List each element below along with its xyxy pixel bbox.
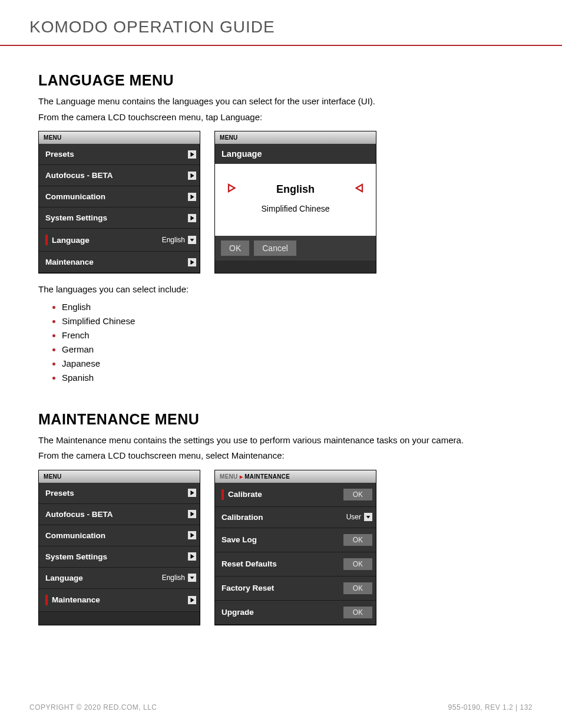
ok-button[interactable]: OK — [343, 489, 372, 500]
menu-row[interactable]: Presets — [39, 483, 200, 504]
lcd-header: MENU — [39, 131, 200, 144]
footer-left: COPYRIGHT © 2020 RED.COM, LLC — [29, 703, 157, 711]
arrow-right-icon[interactable] — [227, 183, 237, 196]
ok-button[interactable]: OK — [343, 582, 372, 594]
menu-row-label: Language — [45, 574, 83, 582]
menu-row-label: Communication — [45, 531, 105, 540]
language-list-intro: The languages you can select include: — [38, 283, 524, 297]
lcd-header: MENU ▸ MAINTENANCE — [215, 470, 376, 483]
language-selector[interactable]: English — [220, 174, 371, 204]
dropdown-triangle-icon[interactable] — [364, 513, 372, 521]
language-title: Language — [215, 144, 376, 164]
menu-row-label: Maintenance — [45, 258, 94, 266]
chevron-right-icon[interactable] — [188, 510, 196, 518]
menu-row-label: System Settings — [45, 552, 107, 561]
menu-row-label: Presets — [45, 489, 74, 498]
lcd-menu-screenshot-2: MENU PresetsAutofocus - BETACommunicatio… — [38, 470, 200, 625]
menu-row[interactable]: Presets — [39, 144, 200, 165]
lcd-language-detail: MENU Language English Simplified Chinese… — [214, 131, 376, 274]
menu-row[interactable]: Save LogOK — [215, 528, 376, 552]
menu-row-right — [188, 172, 196, 180]
language-body: English Simplified Chinese — [215, 164, 376, 236]
ok-button[interactable]: OK — [221, 241, 249, 256]
dropdown-triangle-icon[interactable] — [188, 236, 196, 244]
menu-row-value: English — [162, 574, 185, 582]
menu-row[interactable]: Communication — [39, 525, 200, 546]
menu-row-label: Upgrade — [222, 608, 254, 617]
menu-row-right — [188, 214, 196, 222]
menu-row[interactable]: Communication — [39, 186, 200, 207]
content: LANGUAGE MENU The Language menu contains… — [0, 72, 562, 625]
cancel-button[interactable]: Cancel — [254, 241, 296, 256]
menu-row[interactable]: System Settings — [39, 546, 200, 568]
menu-row[interactable]: CalibrationUser — [215, 507, 376, 528]
menu-row-right — [188, 258, 196, 266]
ok-button[interactable]: OK — [343, 558, 372, 570]
language-menu-p1: The Language menu contains the languages… — [38, 95, 524, 108]
menu-row-right — [188, 150, 196, 159]
breadcrumb-leaf: MAINTENANCE — [244, 473, 290, 480]
menu-row-label: Autofocus - BETA — [45, 510, 113, 519]
menu-row-label: Presets — [45, 150, 74, 159]
chevron-right-icon[interactable] — [188, 258, 196, 266]
lcd-rows: PresetsAutofocus - BETACommunicationSyst… — [39, 483, 200, 612]
menu-row-right: OK — [343, 607, 372, 618]
chevron-right-icon[interactable] — [188, 172, 196, 180]
menu-row-label: Save Log — [222, 535, 257, 544]
menu-row[interactable]: CalibrateOK — [215, 483, 376, 507]
menu-row[interactable]: Maintenance — [39, 252, 200, 273]
chevron-right-icon[interactable] — [188, 150, 196, 159]
menu-row[interactable]: LanguageEnglish — [39, 229, 200, 252]
chevron-right-icon[interactable] — [188, 489, 196, 497]
maintenance-screenshots: MENU PresetsAutofocus - BETACommunicatio… — [38, 470, 524, 625]
selected-marker-icon — [45, 595, 48, 605]
maintenance-menu-p1: The Maintenance menu contains the settin… — [38, 434, 524, 447]
menu-row-right — [188, 531, 196, 539]
language-menu-p2: From the camera LCD touchscreen menu, ta… — [38, 111, 524, 124]
list-item: Spanish — [62, 371, 524, 385]
menu-row[interactable]: Autofocus - BETA — [39, 165, 200, 186]
selected-marker-icon — [45, 235, 48, 245]
breadcrumb-root: MENU — [220, 473, 238, 480]
menu-row-label: Factory Reset — [222, 584, 274, 592]
chevron-right-icon[interactable] — [188, 596, 196, 604]
chevron-right-icon[interactable] — [188, 531, 196, 539]
menu-row-label: System Settings — [45, 213, 107, 222]
lcd-header: MENU — [39, 470, 200, 483]
chevron-right-icon[interactable] — [188, 193, 196, 201]
list-item: English — [62, 300, 524, 314]
menu-row-label: Language — [52, 236, 90, 245]
page-footer: COPYRIGHT © 2020 RED.COM, LLC 955-0190, … — [29, 703, 533, 711]
menu-row-right — [188, 510, 196, 518]
menu-row[interactable]: Reset DefaultsOK — [215, 552, 376, 577]
language-list: EnglishSimplified ChineseFrenchGermanJap… — [38, 300, 524, 385]
dropdown-triangle-icon[interactable] — [188, 574, 196, 582]
language-buttons: OK Cancel — [215, 236, 376, 261]
menu-row[interactable]: UpgradeOK — [215, 601, 376, 625]
menu-row[interactable]: Factory ResetOK — [215, 577, 376, 601]
menu-row-value: English — [162, 236, 185, 244]
page-title: KOMODO OPERATION GUIDE — [29, 18, 533, 37]
breadcrumb-sep-icon: ▸ — [240, 473, 244, 480]
menu-row[interactable]: LanguageEnglish — [39, 568, 200, 589]
language-screenshots: MENU PresetsAutofocus - BETACommunicatio… — [38, 131, 524, 274]
menu-row[interactable]: System Settings — [39, 207, 200, 229]
language-menu-heading: LANGUAGE MENU — [38, 72, 524, 89]
language-sub: Simplified Chinese — [220, 204, 371, 225]
menu-row-label: Calibration — [222, 513, 263, 522]
chevron-right-icon[interactable] — [188, 552, 196, 561]
lcd-rows: PresetsAutofocus - BETACommunicationSyst… — [39, 144, 200, 273]
footer-right: 955-0190, REV 1.2 | 132 — [448, 703, 533, 711]
ok-button[interactable]: OK — [343, 534, 372, 546]
arrow-left-icon[interactable] — [353, 183, 364, 196]
menu-row[interactable]: Autofocus - BETA — [39, 504, 200, 525]
menu-row-label: Autofocus - BETA — [45, 171, 113, 180]
menu-row-right — [188, 596, 196, 604]
lcd-menu-screenshot: MENU PresetsAutofocus - BETACommunicatio… — [38, 131, 200, 274]
menu-row-right: OK — [343, 534, 372, 546]
menu-row-right — [188, 552, 196, 561]
menu-row[interactable]: Maintenance — [39, 589, 200, 612]
chevron-right-icon[interactable] — [188, 214, 196, 222]
lcd-header: MENU — [215, 131, 376, 144]
ok-button[interactable]: OK — [343, 607, 372, 618]
